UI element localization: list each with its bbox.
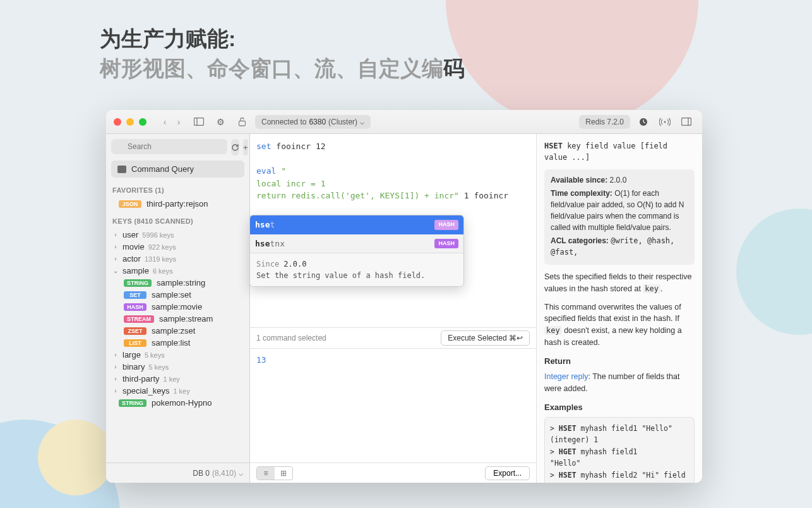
command-status-text: 1 command selected [256, 334, 326, 342]
tree-key[interactable]: STRINGpokemon-Hypno [110, 397, 246, 409]
command-query-button[interactable]: Command Query [111, 160, 244, 178]
type-badge: SET [124, 291, 146, 299]
code-line: set fooincr 12 [256, 140, 530, 153]
doc-signature: HSET key field value [field value ...] [544, 140, 695, 163]
key-name: sample:zset [152, 326, 195, 336]
doc-panel: HSET key field value [field value ...] A… [537, 134, 702, 483]
editor-footer: ≡ ⊞ Export... [250, 463, 536, 483]
favorite-item[interactable]: JSONthird-party:rejson [110, 198, 246, 210]
type-badge: LIST [124, 339, 146, 347]
key-name: sample:set [152, 290, 191, 299]
tree-folder[interactable]: ›special_keys 1 key [110, 385, 246, 397]
tree-key[interactable]: LISTsample:list [121, 337, 246, 349]
tree-folder[interactable]: ›large 5 keys [110, 349, 246, 361]
key-name: pokemon-Hypno [152, 398, 212, 408]
output-value: 13 [256, 355, 266, 365]
svg-rect-0 [194, 118, 204, 126]
tree-key[interactable]: STREAMsample:stream [121, 313, 246, 325]
minimize-button[interactable] [126, 118, 134, 126]
folder-name: special_keys [122, 386, 169, 396]
chevron-icon: › [112, 351, 119, 358]
sidebar-footer: DB 0 (8,410) ⌵ [106, 463, 249, 483]
tree-key[interactable]: ZSETsample:zset [121, 325, 246, 337]
forward-button[interactable]: › [172, 114, 186, 130]
app-window: ‹ › ⚙ Connected to 6380 (Cluster) ⌵ Redi… [106, 110, 702, 483]
folder-name: large [122, 350, 141, 360]
folder-name: user [122, 230, 138, 239]
connection-pill[interactable]: Connected to 6380 (Cluster) ⌵ [255, 115, 371, 129]
tree-folder[interactable]: ›user 5996 keys [110, 229, 246, 241]
panel-right-icon[interactable] [678, 114, 695, 130]
example-line: > HSET myhash field2 "Hi" field3 "World" [550, 469, 689, 483]
code-line: local incr = 1 [256, 178, 530, 190]
type-badge: STREAM [124, 315, 154, 323]
return-header: Return [544, 355, 695, 368]
type-badge: JSON [119, 200, 141, 208]
connection-label: Connected to [261, 118, 306, 126]
view-table-button[interactable]: ⊞ [275, 467, 292, 480]
example-box: > HSET myhash field1 "Hello"(integer) 1>… [544, 417, 695, 483]
key-name: sample:string [157, 278, 205, 287]
tree-folder[interactable]: ›binary 5 keys [110, 361, 246, 373]
key-name: third-party:rejson [146, 199, 208, 209]
terminal-icon [117, 166, 126, 173]
tree-key[interactable]: STRINGsample:string [121, 277, 246, 289]
refresh-button[interactable] [231, 139, 239, 155]
chevron-icon: › [112, 255, 119, 262]
tree-folder[interactable]: ⌄sample 6 keys [110, 265, 246, 277]
integer-reply-link[interactable]: Integer reply [544, 372, 588, 381]
code-line [256, 202, 530, 215]
folder-name: third-party [122, 374, 160, 384]
back-button[interactable]: ‹ [158, 114, 172, 130]
example-line: > HGET myhash field1 [550, 446, 689, 457]
key-count: 1 key [173, 387, 189, 395]
command-query-label: Command Query [131, 164, 194, 174]
autocomplete-item[interactable]: hsetnxHASH [250, 234, 463, 253]
bg-decor [446, 0, 698, 126]
chevron-icon: › [112, 375, 119, 382]
autocomplete-help: Since 2.0.0 Set the string value of a ha… [250, 253, 463, 286]
tree-folder[interactable]: ›actor 1319 keys [110, 253, 246, 265]
db-label[interactable]: DB 0 [193, 469, 210, 478]
view-list-button[interactable]: ≡ [257, 467, 275, 480]
gear-icon[interactable]: ⚙ [212, 114, 229, 130]
connection-port: 6380 [309, 118, 326, 126]
tree-folder[interactable]: ›movie 922 keys [110, 241, 246, 253]
code-line [256, 153, 530, 166]
chevron-icon: › [112, 231, 119, 238]
type-badge: STRING [119, 399, 146, 407]
tree-key[interactable]: SETsample:set [121, 289, 246, 301]
favorites-header: FAVORITES (1) [106, 184, 249, 197]
lock-icon[interactable] [234, 114, 250, 130]
sidebar: + Command Query FAVORITES (1) JSONthird-… [106, 134, 250, 483]
autocomplete-popup: hsetHASHhsetnxHASH Since 2.0.0 Set the s… [249, 215, 464, 287]
redis-version-pill[interactable]: Redis 7.2.0 [579, 115, 630, 129]
connection-mode: (Cluster) [328, 118, 357, 126]
search-input[interactable] [111, 139, 227, 154]
add-button[interactable]: + [243, 139, 248, 155]
chevron-icon: › [112, 387, 119, 394]
execute-button[interactable]: Execute Selected ⌘↩ [441, 330, 530, 346]
main-content: + Command Query FAVORITES (1) JSONthird-… [106, 134, 702, 483]
sidebar-toggle-icon[interactable] [191, 114, 207, 130]
key-count: 922 keys [148, 243, 176, 251]
example-line: > HSET myhash field1 "Hello" [550, 423, 689, 434]
code-line: eval " [256, 165, 530, 178]
broadcast-icon[interactable] [657, 114, 673, 130]
traffic-lights [114, 118, 146, 126]
key-count: 5 keys [148, 363, 169, 371]
export-button[interactable]: Export... [485, 466, 530, 480]
close-button[interactable] [114, 118, 121, 126]
tree-folder[interactable]: ›third-party 1 key [110, 373, 246, 385]
zoom-button[interactable] [139, 118, 146, 126]
code-editor[interactable]: set fooincr 12 eval "local incr = 1retur… [250, 134, 536, 327]
key-count: 1 key [164, 375, 180, 383]
toolbar: ‹ › ⚙ Connected to 6380 (Cluster) ⌵ Redi… [106, 110, 702, 134]
type-badge: HASH [434, 239, 458, 249]
key-name: sample:list [152, 338, 190, 348]
type-badge: HASH [434, 220, 458, 230]
clock-icon[interactable] [635, 114, 652, 130]
view-toggle: ≡ ⊞ [256, 466, 293, 480]
tree-key[interactable]: HASHsample:movie [121, 301, 246, 313]
autocomplete-item[interactable]: hsetHASH [250, 215, 463, 234]
